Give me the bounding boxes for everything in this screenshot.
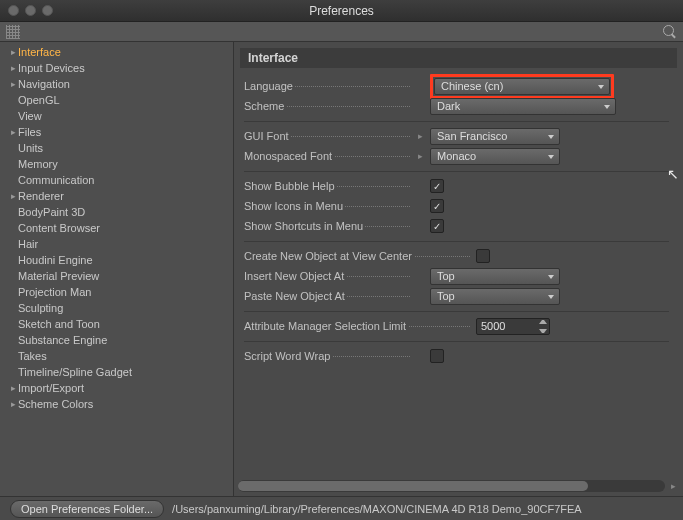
sidebar-item-label: Houdini Engine	[18, 254, 93, 266]
sidebar-item-import-export[interactable]: ▸Import/Export	[0, 380, 233, 396]
titlebar: Preferences	[0, 0, 683, 22]
sidebar-item-scheme-colors[interactable]: ▸Scheme Colors	[0, 396, 233, 412]
panel-title: Interface	[240, 48, 677, 68]
sidebar-item-projection-man[interactable]: Projection Man	[0, 284, 233, 300]
sidebar-item-files[interactable]: ▸Files	[0, 124, 233, 140]
sidebar-item-navigation[interactable]: ▸Navigation	[0, 76, 233, 92]
spinner-icon[interactable]	[539, 320, 547, 333]
chevron-right-icon: ▸	[8, 383, 18, 393]
sidebar-item-houdini-engine[interactable]: Houdini Engine	[0, 252, 233, 268]
highlight-language: Chinese (cn)	[430, 74, 614, 99]
sidebar-item-interface[interactable]: ▸Interface	[0, 44, 233, 60]
chevron-right-icon[interactable]: ▸	[416, 151, 424, 161]
label-scriptwrap: Script Word Wrap	[244, 350, 410, 362]
sidebar-item-label: Material Preview	[18, 270, 99, 282]
sidebar-item-input-devices[interactable]: ▸Input Devices	[0, 60, 233, 76]
chevron-right-icon: ▸	[8, 399, 18, 409]
label-shortcuts: Show Shortcuts in Menu	[244, 220, 410, 232]
sidebar-item-sketch-and-toon[interactable]: Sketch and Toon	[0, 316, 233, 332]
sidebar-item-label: Import/Export	[18, 382, 84, 394]
label-pasteat: Paste New Object At	[244, 290, 410, 302]
chevron-right-icon: ▸	[8, 63, 18, 73]
field-attrlimit[interactable]: 5000	[476, 318, 550, 335]
chevron-right-icon: ▸	[8, 79, 18, 89]
sidebar-item-label: Scheme Colors	[18, 398, 93, 410]
label-monofont: Monospaced Font	[244, 150, 410, 162]
sidebar-item-label: Navigation	[18, 78, 70, 90]
footer: Open Preferences Folder... /Users/panxum…	[0, 496, 683, 520]
sidebar-item-sculpting[interactable]: Sculpting	[0, 300, 233, 316]
label-createcenter: Create New Object at View Center	[244, 250, 470, 262]
grid-icon[interactable]	[6, 25, 20, 39]
dropdown-scheme[interactable]: Dark	[430, 98, 616, 115]
sidebar-item-label: Sculpting	[18, 302, 63, 314]
checkbox-shortcuts[interactable]: ✓	[430, 219, 444, 233]
sidebar-item-label: Communication	[18, 174, 94, 186]
sidebar-item-renderer[interactable]: ▸Renderer	[0, 188, 233, 204]
sidebar: ▸Interface▸Input Devices▸NavigationOpenG…	[0, 42, 234, 496]
horizontal-scrollbar[interactable]	[238, 480, 665, 492]
sidebar-item-label: Substance Engine	[18, 334, 107, 346]
sidebar-item-substance-engine[interactable]: Substance Engine	[0, 332, 233, 348]
content-panel: Interface Language Chinese (cn) Scheme D…	[234, 42, 683, 496]
dropdown-insertat[interactable]: Top	[430, 268, 560, 285]
sidebar-item-label: Hair	[18, 238, 38, 250]
sidebar-item-label: Takes	[18, 350, 47, 362]
label-insertat: Insert New Object At	[244, 270, 410, 282]
dropdown-guifont[interactable]: San Francisco	[430, 128, 560, 145]
sidebar-item-hair[interactable]: Hair	[0, 236, 233, 252]
sidebar-item-communication[interactable]: Communication	[0, 172, 233, 188]
sidebar-item-label: Files	[18, 126, 41, 138]
dropdown-pasteat[interactable]: Top	[430, 288, 560, 305]
sidebar-item-label: BodyPaint 3D	[18, 206, 85, 218]
sidebar-item-label: Content Browser	[18, 222, 100, 234]
sidebar-item-content-browser[interactable]: Content Browser	[0, 220, 233, 236]
checkbox-createcenter[interactable]	[476, 249, 490, 263]
sidebar-item-view[interactable]: View	[0, 108, 233, 124]
sidebar-item-label: Input Devices	[18, 62, 85, 74]
chevron-right-icon: ▸	[8, 127, 18, 137]
sidebar-item-label: Memory	[18, 158, 58, 170]
checkbox-iconsmenu[interactable]: ✓	[430, 199, 444, 213]
search-icon[interactable]	[663, 25, 677, 39]
sidebar-item-label: Renderer	[18, 190, 64, 202]
toolbar	[0, 22, 683, 42]
dropdown-language[interactable]: Chinese (cn)	[434, 78, 610, 95]
sidebar-item-label: Sketch and Toon	[18, 318, 100, 330]
chevron-right-icon[interactable]: ▸	[416, 131, 424, 141]
scroll-right-icon[interactable]: ▸	[669, 480, 677, 492]
sidebar-item-label: Timeline/Spline Gadget	[18, 366, 132, 378]
sidebar-item-label: Projection Man	[18, 286, 91, 298]
chevron-right-icon: ▸	[8, 191, 18, 201]
sidebar-item-label: View	[18, 110, 42, 122]
checkbox-scriptwrap[interactable]	[430, 349, 444, 363]
label-iconsmenu: Show Icons in Menu	[244, 200, 410, 212]
label-bubblehelp: Show Bubble Help	[244, 180, 410, 192]
sidebar-item-takes[interactable]: Takes	[0, 348, 233, 364]
window-title: Preferences	[0, 4, 683, 18]
label-scheme: Scheme	[244, 100, 410, 112]
sidebar-item-memory[interactable]: Memory	[0, 156, 233, 172]
open-prefs-folder-button[interactable]: Open Preferences Folder...	[10, 500, 164, 518]
sidebar-item-label: Units	[18, 142, 43, 154]
scrollbar-thumb[interactable]	[238, 481, 588, 491]
sidebar-item-label: OpenGL	[18, 94, 60, 106]
sidebar-item-units[interactable]: Units	[0, 140, 233, 156]
dropdown-monofont[interactable]: Monaco	[430, 148, 560, 165]
sidebar-item-label: Interface	[18, 46, 61, 58]
label-language: Language	[244, 80, 410, 92]
checkbox-bubblehelp[interactable]: ✓	[430, 179, 444, 193]
chevron-right-icon: ▸	[8, 47, 18, 57]
sidebar-item-material-preview[interactable]: Material Preview	[0, 268, 233, 284]
sidebar-item-opengl[interactable]: OpenGL	[0, 92, 233, 108]
label-guifont: GUI Font	[244, 130, 410, 142]
label-attrlimit: Attribute Manager Selection Limit	[244, 320, 470, 332]
sidebar-item-timeline-spline-gadget[interactable]: Timeline/Spline Gadget	[0, 364, 233, 380]
prefs-path: /Users/panxuming/Library/Preferences/MAX…	[172, 503, 582, 515]
sidebar-item-bodypaint-3d[interactable]: BodyPaint 3D	[0, 204, 233, 220]
